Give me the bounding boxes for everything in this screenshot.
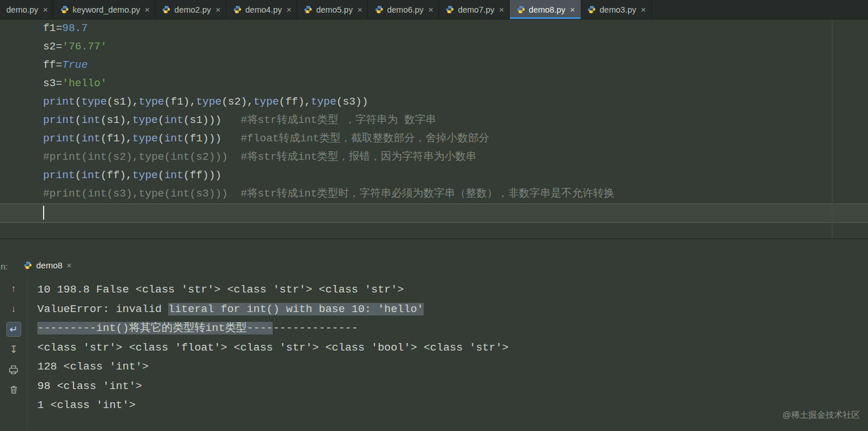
editor-tab[interactable]: demo6.py × — [368, 0, 439, 19]
run-tab-close-icon[interactable]: × — [67, 260, 72, 270]
scroll-to-end-icon: ↧ — [9, 344, 17, 356]
prev-occurrence-button[interactable]: ↑ — [6, 282, 21, 297]
code-line[interactable]: f1=98.7 — [0, 20, 868, 38]
console-line[interactable]: 10 198.8 False <class 'str'> <class 'str… — [37, 280, 868, 300]
code-editor[interactable]: f1=98.7s2='76.77'ff=Trues3='hello'print(… — [0, 20, 868, 238]
console-line[interactable]: ValueError: invalid literal for int() wi… — [37, 300, 868, 320]
editor-tab[interactable]: demo5.py × — [297, 0, 368, 19]
tab-close-icon[interactable]: × — [357, 5, 362, 14]
editor-tab[interactable]: demo7.py × — [439, 0, 510, 19]
editor-tab[interactable]: demo8.py × — [510, 0, 580, 19]
printer-icon — [9, 365, 18, 375]
python-icon — [587, 5, 596, 14]
tab-label: demo8.py — [529, 5, 565, 14]
tab-label: keyword_demo.py — [72, 5, 140, 14]
right-margin-guide — [832, 20, 832, 238]
python-icon — [516, 5, 525, 14]
tab-close-icon[interactable]: × — [145, 5, 150, 14]
code-line[interactable]: print(int(f1),type(int(f1))) #float转成int… — [0, 130, 868, 148]
python-icon — [232, 5, 242, 14]
code-line[interactable]: print(int(s1),type(int(s1))) #将str转成int类… — [0, 111, 868, 130]
text-caret — [43, 206, 44, 220]
python-icon — [445, 5, 455, 14]
scroll-to-end-button[interactable]: ↧ — [6, 342, 21, 357]
editor-tab[interactable]: demo2.py × — [156, 0, 226, 19]
run-tool-window: n: demo8 × ↑ ↓ ↵ ↧ — [0, 238, 868, 431]
clear-console-button[interactable] — [6, 382, 21, 397]
soft-wrap-button[interactable]: ↵ — [6, 322, 21, 337]
code-line[interactable]: ff=True — [0, 56, 868, 75]
tab-label: demo.py — [6, 5, 38, 14]
run-header: n: demo8 × — [0, 239, 868, 276]
editor-tab[interactable]: demo.py × — [0, 0, 53, 19]
trash-icon — [9, 385, 18, 394]
python-icon — [374, 5, 383, 14]
tab-label: demo2.py — [175, 5, 211, 14]
tab-label: demo3.py — [600, 5, 637, 14]
code-area: f1=98.7s2='76.77'ff=Trues3='hello'print(… — [0, 20, 868, 223]
tab-close-icon[interactable]: × — [641, 5, 646, 14]
tab-close-icon[interactable]: × — [499, 5, 504, 14]
code-line[interactable]: print(int(ff),type(int(ff))) — [0, 167, 868, 185]
print-button[interactable] — [6, 362, 21, 377]
tab-close-icon[interactable]: × — [428, 5, 433, 14]
console-toolbar: ↑ ↓ ↵ ↧ — [0, 276, 28, 431]
code-line[interactable]: #print(int(s3),type(int(s3))) #将str转成int… — [0, 185, 868, 203]
tab-label: demo4.py — [245, 5, 282, 14]
console-line[interactable]: 128 <class 'int'> — [37, 357, 868, 377]
console-line[interactable]: <class 'str'> <class 'float'> <class 'st… — [37, 338, 868, 358]
next-occurrence-button[interactable]: ↓ — [6, 302, 21, 317]
tab-close-icon[interactable]: × — [216, 5, 221, 14]
tab-close-icon[interactable]: × — [43, 5, 48, 14]
python-icon — [304, 5, 313, 14]
console-output[interactable]: 10 198.8 False <class 'str'> <class 'str… — [28, 276, 868, 431]
console-line[interactable]: ---------int()将其它的类型转int类型--------------… — [37, 319, 868, 338]
console-line[interactable]: 1 <class 'int'> — [37, 396, 868, 415]
tab-close-icon[interactable]: × — [570, 5, 575, 14]
tab-label: demo6.py — [387, 5, 424, 14]
code-line[interactable]: s3='hello' — [0, 75, 868, 93]
tab-label: demo7.py — [458, 5, 495, 14]
up-arrow-icon: ↑ — [11, 283, 16, 295]
watermark: @稀土掘金技术社区 — [782, 410, 860, 421]
caret-line[interactable] — [0, 203, 868, 223]
run-tab-label: demo8 — [36, 260, 63, 270]
run-window-label: n: — [1, 261, 8, 271]
soft-wrap-icon: ↵ — [9, 324, 17, 336]
tab-close-icon[interactable]: × — [286, 5, 292, 14]
console-line[interactable]: 98 <class 'int'> — [37, 377, 868, 397]
down-arrow-icon: ↓ — [11, 303, 16, 315]
python-icon — [60, 5, 69, 14]
python-icon — [162, 5, 171, 14]
editor-tab-bar: demo.py × keyword_demo.py × demo2.py × d… — [0, 0, 868, 20]
code-line[interactable]: s2='76.77' — [0, 38, 868, 56]
editor-tab[interactable]: keyword_demo.py × — [53, 0, 155, 19]
editor-tab[interactable]: demo4.py × — [226, 0, 297, 19]
run-tab-python-icon — [23, 261, 32, 270]
code-line[interactable]: print(type(s1),type(f1),type(s2),type(ff… — [0, 93, 868, 111]
code-line[interactable]: #print(int(s2),type(int(s2))) #将str转成int… — [0, 148, 868, 167]
tab-label: demo5.py — [316, 5, 353, 14]
run-tab-demo8[interactable]: demo8 × — [18, 258, 76, 272]
editor-tab[interactable]: demo3.py × — [581, 0, 652, 19]
